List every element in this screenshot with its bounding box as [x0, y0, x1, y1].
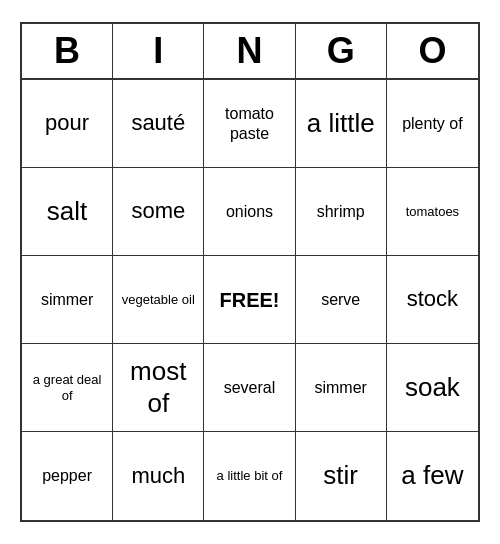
bingo-cell-19: soak — [387, 344, 478, 432]
bingo-cell-11: vegetable oil — [113, 256, 204, 344]
bingo-cell-10: simmer — [22, 256, 113, 344]
bingo-grid: poursautétomato pastea littleplenty ofsa… — [22, 80, 478, 520]
bingo-cell-6: some — [113, 168, 204, 256]
bingo-cell-16: most of — [113, 344, 204, 432]
bingo-cell-17: several — [204, 344, 295, 432]
bingo-cell-2: tomato paste — [204, 80, 295, 168]
bingo-cell-22: a little bit of — [204, 432, 295, 520]
bingo-cell-7: onions — [204, 168, 295, 256]
header-cell-N: N — [204, 24, 295, 78]
bingo-cell-0: pour — [22, 80, 113, 168]
header-cell-G: G — [296, 24, 387, 78]
bingo-cell-14: stock — [387, 256, 478, 344]
bingo-cell-18: simmer — [296, 344, 387, 432]
bingo-cell-4: plenty of — [387, 80, 478, 168]
bingo-cell-15: a great deal of — [22, 344, 113, 432]
bingo-cell-3: a little — [296, 80, 387, 168]
bingo-cell-21: much — [113, 432, 204, 520]
bingo-cell-8: shrimp — [296, 168, 387, 256]
bingo-cell-13: serve — [296, 256, 387, 344]
bingo-card: BINGO poursautétomato pastea littleplent… — [20, 22, 480, 522]
header-cell-B: B — [22, 24, 113, 78]
header-cell-I: I — [113, 24, 204, 78]
bingo-cell-24: a few — [387, 432, 478, 520]
bingo-cell-12: FREE! — [204, 256, 295, 344]
bingo-cell-23: stir — [296, 432, 387, 520]
bingo-cell-5: salt — [22, 168, 113, 256]
bingo-cell-9: tomatoes — [387, 168, 478, 256]
bingo-cell-20: pepper — [22, 432, 113, 520]
header-cell-O: O — [387, 24, 478, 78]
bingo-header: BINGO — [22, 24, 478, 80]
bingo-cell-1: sauté — [113, 80, 204, 168]
